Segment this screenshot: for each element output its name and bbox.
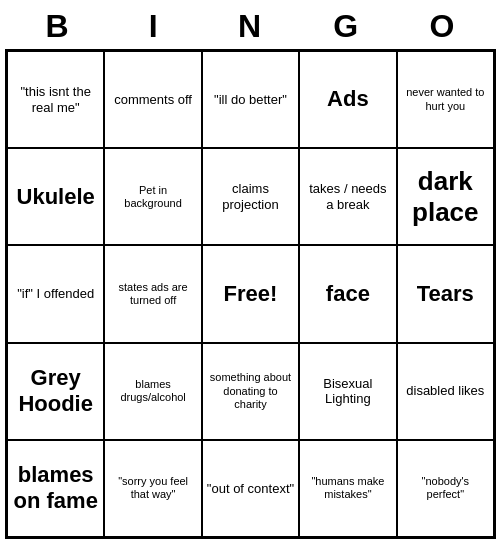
letter-g: G	[302, 8, 392, 45]
cell-r3-c4[interactable]: disabled likes	[397, 343, 494, 440]
cell-r1-c4[interactable]: dark place	[397, 148, 494, 245]
letter-n: N	[205, 8, 295, 45]
cell-r3-c3[interactable]: Bisexual Lighting	[299, 343, 396, 440]
letter-i: I	[109, 8, 199, 45]
cell-r1-c1[interactable]: Pet in background	[104, 148, 201, 245]
cell-r1-c2[interactable]: claims projection	[202, 148, 299, 245]
cell-r4-c3[interactable]: "humans make mistakes"	[299, 440, 396, 537]
letter-o: O	[398, 8, 488, 45]
cell-r0-c2[interactable]: "ill do better"	[202, 51, 299, 148]
cell-r2-c1[interactable]: states ads are turned off	[104, 245, 201, 342]
cell-r4-c0[interactable]: blames on fame	[7, 440, 104, 537]
cell-r0-c4[interactable]: never wanted to hurt you	[397, 51, 494, 148]
cell-r3-c1[interactable]: blames drugs/alcohol	[104, 343, 201, 440]
cell-r3-c0[interactable]: Grey Hoodie	[7, 343, 104, 440]
cell-r1-c0[interactable]: Ukulele	[7, 148, 104, 245]
cell-r1-c3[interactable]: takes / needs a break	[299, 148, 396, 245]
letter-b: B	[13, 8, 103, 45]
cell-r0-c1[interactable]: comments off	[104, 51, 201, 148]
cell-r2-c4[interactable]: Tears	[397, 245, 494, 342]
cell-r4-c1[interactable]: "sorry you feel that way"	[104, 440, 201, 537]
cell-r0-c0[interactable]: "this isnt the real me"	[7, 51, 104, 148]
cell-r4-c2[interactable]: "out of context"	[202, 440, 299, 537]
cell-r3-c2[interactable]: something about donating to charity	[202, 343, 299, 440]
cell-r2-c2[interactable]: Free!	[202, 245, 299, 342]
bingo-grid: "this isnt the real me"comments off"ill …	[5, 49, 496, 539]
cell-r2-c3[interactable]: face	[299, 245, 396, 342]
cell-r2-c0[interactable]: "if" I offended	[7, 245, 104, 342]
bingo-title: B I N G O	[0, 0, 501, 49]
cell-r4-c4[interactable]: "nobody's perfect"	[397, 440, 494, 537]
cell-r0-c3[interactable]: Ads	[299, 51, 396, 148]
